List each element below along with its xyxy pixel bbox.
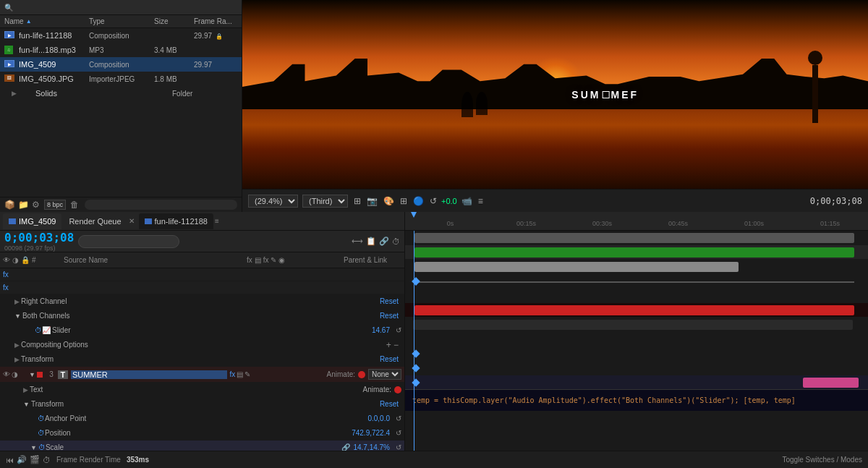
timeline-search-input[interactable] xyxy=(78,235,179,248)
ruler-45s: 00:45s xyxy=(640,220,716,227)
view-select[interactable]: (Third) xyxy=(302,195,348,208)
both-channels-row[interactable]: ▼ Both Channels Reset xyxy=(0,309,404,323)
tab-funlife[interactable]: fun-life-112188 xyxy=(139,213,213,229)
project-item-comp1[interactable]: ▶ fun-life-112188 Composition 29.97 🔒 xyxy=(0,28,242,43)
new-folder-icon[interactable]: 📁 xyxy=(18,200,29,210)
summer-layer-name[interactable]: SUMMER xyxy=(71,370,227,379)
transform-prop-row[interactable]: ▼ Transform Reset xyxy=(0,397,404,412)
anchor-stopwatch-icon[interactable]: ⏱ xyxy=(38,414,45,422)
slider-row[interactable]: ⏱ 📈 Slider 14.67 ↺ xyxy=(0,323,404,338)
expand-arrow-both-ch: ▼ xyxy=(14,312,21,320)
transform-prop-reset[interactable]: Reset xyxy=(380,400,399,408)
ruler-75s: 01:15s xyxy=(792,220,868,227)
animate-label: Animate: xyxy=(327,370,355,378)
track-bar-green xyxy=(414,247,854,258)
summer-more-icon[interactable]: ✎ xyxy=(244,370,250,378)
jpg-icon: 🖼 xyxy=(4,75,16,83)
timeline-tracks: temp = thisComp.layer("Audio Amplitude")… xyxy=(405,231,868,451)
scale-track-pink xyxy=(803,378,859,388)
summer-layer-num: 3 xyxy=(45,370,58,378)
comp-opts-add-icon[interactable]: + − xyxy=(386,340,399,350)
tab-img4509[interactable]: IMG_4509 xyxy=(3,213,61,229)
transform-row-top[interactable]: ▶ Transform Reset xyxy=(0,352,404,367)
more-icon[interactable]: ≡ xyxy=(477,195,485,208)
lh-source: Source Name xyxy=(64,256,244,264)
expression-code-text: temp = thisComp.layer("Audio Amplitude")… xyxy=(412,396,796,404)
status-icon-2[interactable]: 🔊 xyxy=(17,455,27,464)
color-correction-icon[interactable]: 🔵 xyxy=(412,195,425,208)
figure-2 xyxy=(476,92,488,115)
project-item-comp2[interactable]: ▶ IMG_4509 Composition 29.97 xyxy=(0,57,242,72)
tl-icon-2[interactable]: 📋 xyxy=(366,237,376,246)
slider-track-line xyxy=(414,281,854,283)
settings-icon[interactable]: ⚙ xyxy=(32,200,40,210)
col-name-header[interactable]: Name ▲ xyxy=(4,17,89,25)
summer-eye-icon[interactable]: 👁 xyxy=(3,370,12,378)
transform-prop-expand: ▼ xyxy=(23,401,30,408)
comp-icon-2: ▶ xyxy=(4,60,16,69)
summer-solo-icon[interactable]: ◑ xyxy=(12,370,20,378)
project-bottom-bar: 📦 📁 ⚙ 8 bpc 🗑 xyxy=(0,197,242,212)
tl-icon-1[interactable]: ⟷ xyxy=(352,237,363,246)
project-item-mp3[interactable]: ♫ fun-lif...188.mp3 MP3 3.4 MB xyxy=(0,43,242,57)
summer-fx-btn[interactable]: fx xyxy=(230,370,236,378)
right-channel-row[interactable]: ▶ Right Channel Reset xyxy=(0,294,404,309)
figure-1 xyxy=(461,92,473,117)
both-channels-reset[interactable]: Reset xyxy=(380,312,399,320)
text-prop-row[interactable]: ▶ Text Animate: xyxy=(0,383,404,397)
ruler-60s: 01:00s xyxy=(716,220,792,227)
animate-button[interactable] xyxy=(358,371,365,378)
animate-text-btn[interactable] xyxy=(394,386,401,393)
animate-text-label: Animate: xyxy=(363,386,391,393)
project-item-jpg[interactable]: 🖼 IMG_4509.JPG ImporterJPEG 1.8 MB xyxy=(0,72,242,86)
text-layer-icon: T xyxy=(58,370,68,379)
summer-layer-row[interactable]: 👁 ◑ ▼ 3 T SUMMER fx ▤ ✎ Animate: No xyxy=(0,367,404,383)
parent-select[interactable]: None xyxy=(368,369,401,380)
bit-depth-label[interactable]: 8 bpc xyxy=(44,200,66,210)
project-search-input[interactable] xyxy=(16,3,237,12)
status-icon-3[interactable]: 🎬 xyxy=(30,455,40,464)
scale-link-icon[interactable]: 🔗 xyxy=(341,443,350,451)
status-icon-4[interactable]: ⏱ xyxy=(43,456,51,464)
tl-icon-3[interactable]: 🔗 xyxy=(379,237,389,246)
position-row[interactable]: ⏱ Position 742.9,722.4 ↺ xyxy=(0,426,404,441)
lh-solo-icon: ◑ xyxy=(12,256,19,264)
toggle-switches-label[interactable]: Toggle Switches / Modes xyxy=(782,456,862,464)
summer-expand-arrow[interactable]: ▼ xyxy=(29,371,35,378)
compositing-options-row[interactable]: ▶ Compositing Options + − xyxy=(0,338,404,352)
lh-eye-icon: 👁 xyxy=(3,256,10,264)
anchor-point-row[interactable]: ⏱ Anchor Point 0.0,0.0 ↺ xyxy=(0,412,404,426)
show-channel-icon[interactable]: 🎨 xyxy=(382,195,396,208)
timeline-left-panel: IMG_4509 Render Queue ✕ fun-life-112188 … xyxy=(0,212,405,451)
position-stopwatch-icon[interactable]: ⏱ xyxy=(38,429,45,437)
grid-icon[interactable]: ⊞ xyxy=(399,195,409,208)
scale-stopwatch-icon[interactable]: ⏱ xyxy=(38,443,46,451)
summer-text-overlay: SUM MEF xyxy=(571,89,639,101)
figures-overlay xyxy=(461,92,488,117)
snapshot-icon[interactable]: 📷 xyxy=(365,195,379,208)
expand-icon[interactable]: ⊞ xyxy=(352,195,362,208)
status-icon-1[interactable]: ⏮ xyxy=(6,456,14,464)
reset-icon[interactable]: ↺ xyxy=(428,195,438,208)
tab-funlife-label: fun-life-112188 xyxy=(155,217,208,226)
tl-icon-4[interactable]: ⏱ xyxy=(392,237,400,246)
trash-icon[interactable]: 🗑 xyxy=(70,200,79,210)
anchor-point-value: 0.0,0.0 xyxy=(367,414,390,422)
slider-stopwatch-icon[interactable]: ⏱ xyxy=(35,326,42,334)
lh-lock-icon: 🔒 xyxy=(21,256,30,264)
right-channel-reset[interactable]: Reset xyxy=(380,297,399,305)
bottom-area: IMG_4509 Render Queue ✕ fun-life-112188 … xyxy=(0,212,868,451)
tab-menu-icon[interactable]: ≡ xyxy=(215,217,219,225)
new-comp-icon[interactable]: 📦 xyxy=(4,200,15,210)
timeline-header-icons: ⟷ 📋 🔗 ⏱ xyxy=(352,237,400,246)
folder-icon xyxy=(18,89,30,98)
project-item-solids[interactable]: ▶ Solids Folder xyxy=(0,86,242,101)
tab-close-icon[interactable]: ✕ xyxy=(129,217,135,225)
scale-row[interactable]: ▼ ⏱ Scale 🔗 14.7,14.7% ↺ xyxy=(0,441,404,451)
camera-icon[interactable]: 📹 xyxy=(460,195,474,208)
transform-reset-top[interactable]: Reset xyxy=(380,355,399,363)
zoom-select[interactable]: (29.4%) xyxy=(248,195,298,208)
expand-arrow-right-ch: ▶ xyxy=(14,298,20,305)
tab-render-queue[interactable]: Render Queue xyxy=(63,216,127,227)
col-type-header: Type xyxy=(89,17,154,25)
